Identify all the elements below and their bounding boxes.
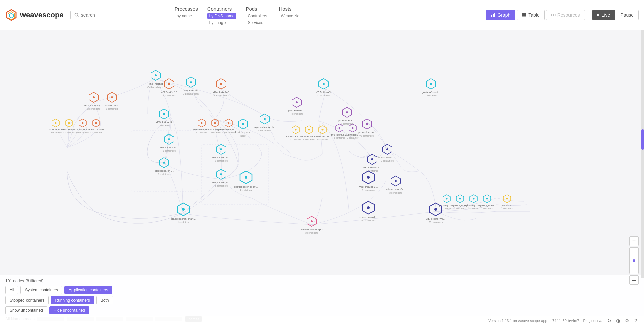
svg-point-77 [214, 122, 216, 124]
header: weavescope Processes by name Containers … [0, 0, 644, 30]
svg-point-161 [367, 206, 370, 209]
svg-point-93 [295, 129, 297, 131]
svg-text:1 container: 1 container [441, 207, 453, 209]
svg-point-153 [371, 158, 373, 160]
resources-view-button[interactable]: Resources [546, 10, 585, 20]
svg-point-181 [486, 198, 488, 200]
filter-system-button[interactable]: System containers [20, 286, 62, 294]
svg-text:2 containers: 2 containers [106, 108, 119, 110]
right-scrollbar[interactable] [641, 30, 644, 278]
svg-text:create-rls-00...: create-rls-00... [314, 135, 331, 138]
svg-text:1 container: 1 container [178, 221, 189, 223]
table-label: Table [528, 12, 539, 18]
filter-running-button[interactable]: Running containers [51, 296, 94, 304]
live-pause-controls: Live Pause [592, 10, 639, 20]
table-view-button[interactable]: Table [517, 10, 544, 20]
svg-point-173 [459, 198, 461, 200]
svg-point-13 [553, 14, 555, 16]
svg-point-129 [220, 148, 222, 150]
zoom-slider[interactable] [629, 247, 639, 274]
svg-text:monitor-repl...: monitor-repl... [104, 104, 120, 107]
help-icon-button[interactable]: ? [633, 318, 639, 324]
svg-rect-9 [522, 14, 526, 15]
svg-text:3 containers: 3 containers [163, 150, 176, 152]
svg-text:weave-scope-app: weave-scope-app [301, 228, 323, 231]
svg-point-21 [93, 96, 95, 98]
nav: Processes by name Containers by DNS name… [175, 4, 483, 26]
svg-text:Outbound cont.: Outbound cont. [213, 94, 229, 97]
search-input[interactable] [81, 12, 161, 18]
svg-point-69 [95, 122, 97, 124]
svg-text:3 containers: 3 containers [381, 160, 394, 162]
zoom-in-button[interactable]: + [629, 236, 639, 246]
svg-text:4 containers: 4 containers [258, 129, 271, 132]
svg-text:2 containers: 2 containers [317, 94, 330, 97]
nav-hosts[interactable]: Hosts [279, 6, 302, 12]
filter-stopped-button[interactable]: Stopped containers [5, 296, 49, 304]
filter-application-button[interactable]: Application containers [64, 286, 112, 294]
svg-rect-8 [522, 13, 526, 14]
resources-icon [551, 13, 556, 17]
svg-text:2 containers: 2 containers [163, 94, 176, 97]
nav-processes[interactable]: Processes [175, 6, 198, 12]
nav-containers-by-dns-name[interactable]: by DNS name [207, 13, 237, 19]
svg-text:4 container: 4 container [303, 138, 315, 141]
scrollbar-thumb[interactable] [641, 129, 644, 150]
nav-processes-by-name[interactable]: by name [175, 13, 198, 19]
svg-text:elasticsearch-chart...: elasticsearch-chart... [171, 217, 196, 220]
svg-point-37 [220, 83, 222, 85]
svg-text:ingest: ingest [240, 134, 246, 137]
svg-point-189 [434, 208, 437, 211]
nav-pods-services[interactable]: Services [246, 20, 269, 26]
svg-text:5 containers: 5 containers [158, 173, 171, 175]
svg-point-137 [245, 176, 247, 179]
pause-button[interactable]: Pause [615, 10, 639, 20]
graph-view-button[interactable]: Graph [486, 10, 515, 20]
zoom-slider-track [633, 251, 635, 271]
nav-pods-controllers[interactable]: Controllers [246, 13, 269, 19]
svg-point-185 [506, 198, 508, 200]
filter-all-button[interactable]: All [5, 286, 18, 294]
live-button[interactable]: Live [592, 10, 615, 20]
svg-point-165 [395, 180, 397, 182]
svg-point-81 [228, 122, 230, 124]
nav-group-hosts: Hosts Weave Net [279, 4, 302, 19]
search-icon [74, 13, 79, 17]
version-text: Version 1.13.1 on weave-scope-app-bc7444… [488, 319, 579, 323]
svg-text:2 container: 2 container [334, 137, 345, 139]
nav-containers[interactable]: Containers [207, 6, 237, 12]
nav-hosts-weave-net[interactable]: Weave Net [279, 13, 302, 19]
svg-point-41 [323, 83, 325, 85]
hide-uncontained-button[interactable]: Hide uncontained [49, 306, 89, 314]
state-filter-row: Stopped containers Running containers Bo… [5, 296, 639, 304]
svg-text:6 containers: 6 containers [362, 189, 375, 192]
svg-point-45 [430, 83, 432, 85]
status-icons: ↻ ◑ ⚙ ? [606, 318, 639, 324]
contrast-icon-button[interactable]: ◑ [615, 318, 621, 324]
search-box[interactable] [70, 11, 164, 19]
logo[interactable]: weavescope [5, 9, 64, 21]
svg-text:1 container: 1 container [501, 207, 513, 209]
show-uncontained-button[interactable]: Show uncontained [5, 306, 47, 314]
svg-text:3 containers: 3 containers [240, 189, 253, 192]
svg-point-3 [75, 13, 78, 16]
svg-text:vdu-creator-0-...: vdu-creator-0-... [386, 188, 405, 191]
nav-group-processes: Processes by name [175, 4, 198, 19]
svg-rect-5 [491, 15, 492, 17]
svg-text:90 containers: 90 containers [361, 219, 376, 222]
refresh-icon-button[interactable]: ↻ [606, 318, 612, 324]
svg-marker-14 [597, 14, 600, 16]
zoom-out-button[interactable]: – [629, 275, 639, 285]
svg-text:1 container: 1 container [209, 131, 221, 134]
svg-text:d63bfa0dab3: d63bfa0dab3 [156, 121, 172, 124]
svg-text:vdu-creator-2...: vdu-creator-2... [363, 166, 381, 169]
settings-icon-button[interactable]: ⚙ [624, 318, 630, 324]
nav-pods[interactable]: Pods [246, 6, 269, 12]
category-filter-row: All System containers Application contai… [5, 286, 639, 294]
filter-both-button[interactable]: Both [96, 296, 113, 304]
svg-text:6 containers: 6 containers [90, 131, 103, 134]
nav-containers-by-image[interactable]: by image [207, 20, 237, 26]
svg-point-195 [633, 259, 635, 262]
main-graph-area[interactable]: The Internet Outbound conn. monitor-rela… [0, 30, 644, 325]
svg-text:2 container: 2 container [347, 137, 359, 139]
